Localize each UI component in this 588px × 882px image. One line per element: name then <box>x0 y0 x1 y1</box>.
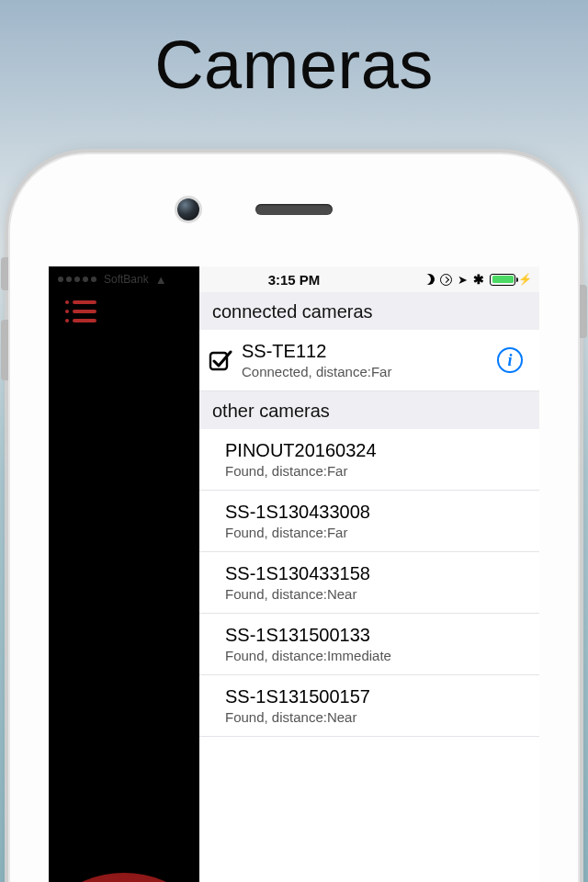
location-icon: ➤ <box>458 273 468 287</box>
other-camera-row[interactable]: PINOUT20160324 Found, distance:Far <box>199 429 539 491</box>
app-body: connected cameras SS-TE112 Connected, di… <box>49 292 539 882</box>
status-bar-right: ➤ ✱ ⚡ <box>424 272 539 287</box>
signal-dots-icon <box>58 277 96 282</box>
charging-icon: ⚡ <box>518 273 532 286</box>
phone-frame: SoftBank ▲ 3:15 PM ➤ ✱ ⚡ <box>10 154 578 882</box>
other-camera-row[interactable]: SS-1S130433158 Found, distance:Near <box>199 552 539 614</box>
camera-name: SS-1S131500157 <box>225 686 526 707</box>
info-button[interactable]: i <box>497 347 523 373</box>
status-bar-left: SoftBank ▲ <box>49 266 199 292</box>
battery-icon <box>490 274 515 286</box>
camera-list-panel: connected cameras SS-TE112 Connected, di… <box>199 292 539 882</box>
menu-button[interactable] <box>65 300 96 323</box>
connected-cameras-header: connected cameras <box>199 292 539 330</box>
other-camera-row[interactable]: SS-1S130433008 Found, distance:Far <box>199 491 539 552</box>
camera-status: Found, distance:Far <box>225 463 526 479</box>
camera-name: SS-1S131500133 <box>225 625 526 646</box>
carrier-label: SoftBank <box>104 273 149 286</box>
bluetooth-icon: ✱ <box>473 272 484 287</box>
phone-side-button <box>580 285 587 338</box>
camera-name: SS-TE112 <box>242 341 497 362</box>
other-cameras-header: other cameras <box>199 391 539 429</box>
camera-status: Connected, distance:Far <box>242 364 497 379</box>
promo-title: Cameras <box>0 0 588 113</box>
status-bar-clock: 3:15 PM <box>268 272 321 288</box>
phone-screen: SoftBank ▲ 3:15 PM ➤ ✱ ⚡ <box>49 266 539 882</box>
connected-camera-row[interactable]: SS-TE112 Connected, distance:Far i <box>199 330 539 391</box>
record-button[interactable] <box>49 873 225 882</box>
camera-status: Found, distance:Immediate <box>225 648 526 663</box>
camera-preview-panel <box>49 292 199 882</box>
camera-name: SS-1S130433008 <box>225 502 526 523</box>
camera-status: Found, distance:Near <box>225 586 526 602</box>
checked-icon <box>207 346 234 374</box>
wifi-icon: ▲ <box>155 273 167 287</box>
camera-status: Found, distance:Near <box>225 709 526 725</box>
other-camera-row[interactable]: SS-1S131500157 Found, distance:Near <box>199 675 539 737</box>
status-bar: SoftBank ▲ 3:15 PM ➤ ✱ ⚡ <box>49 266 539 292</box>
phone-speaker <box>255 204 333 215</box>
camera-name: SS-1S130433158 <box>225 563 526 584</box>
camera-status: Found, distance:Far <box>225 525 526 540</box>
camera-name: PINOUT20160324 <box>225 440 526 461</box>
orientation-lock-icon <box>440 274 452 286</box>
do-not-disturb-icon <box>424 274 435 285</box>
phone-front-camera <box>177 198 199 220</box>
other-camera-row[interactable]: SS-1S131500133 Found, distance:Immediate <box>199 614 539 675</box>
